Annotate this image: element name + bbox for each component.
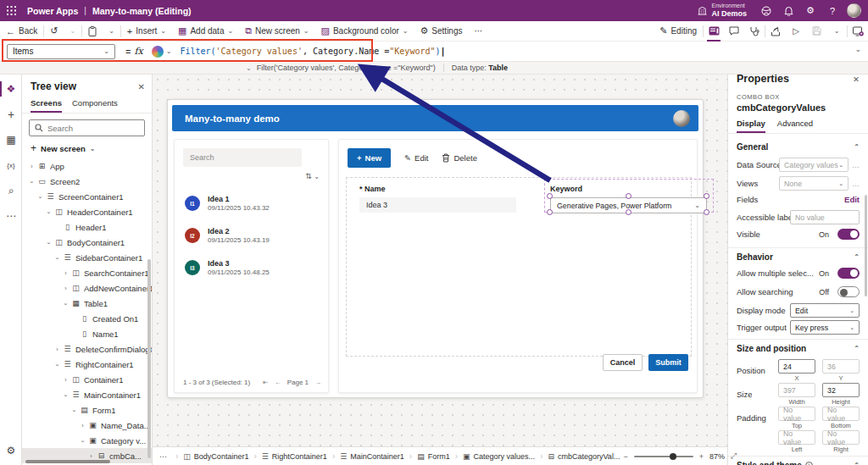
more-commands-button[interactable]: ⋯ (469, 21, 489, 41)
records-search-box[interactable]: Search (183, 148, 302, 167)
save-menu-button[interactable]: ⌄ (826, 21, 847, 42)
tree-item-header1[interactable]: ▯Header1 (22, 219, 152, 235)
chevron-icon[interactable]: ⌄ (61, 300, 70, 307)
submit-button[interactable]: Submit (648, 354, 688, 371)
fields-edit-link[interactable]: Edit (844, 195, 860, 204)
tab-display[interactable]: Display (737, 117, 765, 133)
settings-button[interactable]: ⚙ Settings (414, 21, 468, 41)
copilot-web-icon[interactable] (755, 0, 777, 21)
undo-menu-button[interactable]: ⌄ (64, 21, 81, 41)
environment-picker[interactable]: Environment AI Demos (689, 0, 755, 21)
paste-button[interactable] (82, 21, 103, 41)
chevron-icon[interactable]: › (78, 423, 87, 429)
zoom-out-button[interactable]: − (623, 452, 627, 461)
close-icon[interactable]: ✕ (853, 75, 860, 84)
tree-item-rightcontainer1[interactable]: ⌄☰RightContainer1 (22, 357, 152, 372)
search-rail-icon[interactable]: ⌕ (0, 180, 22, 202)
paste-menu-button[interactable]: ⌄ (103, 21, 120, 41)
new-screen-tree-button[interactable]: + New screen ⌄ (22, 136, 152, 158)
visible-toggle[interactable] (837, 229, 860, 240)
editing-mode-button[interactable]: ✎ Editing (654, 21, 703, 41)
tree-item-headercontainer1[interactable]: ⌄◫HeaderContainer1 (22, 204, 152, 219)
properties-scrollbar[interactable] (865, 195, 867, 296)
section-behavior[interactable]: Behavior⌃ (728, 252, 868, 262)
views-select[interactable]: None⌄ (779, 176, 849, 191)
tree-item-addnewcontainer1[interactable]: ›◫AddNewContainer1 (22, 280, 152, 296)
edit-record-button[interactable]: ✎ Edit (404, 153, 428, 163)
chevron-icon[interactable]: › (61, 270, 70, 276)
breadcrumb-more-icon[interactable]: ⋯ (153, 452, 174, 461)
chevron-icon[interactable]: › (53, 346, 62, 352)
chevron-icon[interactable]: ⌄ (78, 437, 87, 444)
tree-item-maincontainer1[interactable]: ⌄☰MainContainer1 (22, 387, 152, 402)
selection-handle[interactable] (626, 193, 632, 199)
chevron-icon[interactable]: ⌄ (70, 407, 79, 413)
new-screen-button[interactable]: ⧉ New screen⌄ (239, 21, 314, 41)
data-source-more-icon[interactable]: … (852, 161, 860, 169)
tree-item-name-datacard[interactable]: ›▣Name_Data... (22, 418, 152, 433)
comments-button[interactable] (724, 21, 744, 42)
zoom-in-button[interactable]: + (699, 452, 704, 461)
padding-top-input[interactable]: No value (778, 407, 815, 421)
selection-handle[interactable] (704, 209, 709, 215)
selection-handle[interactable] (547, 209, 553, 215)
previous-page-icon[interactable]: ← (275, 379, 281, 386)
tree-item-deleteconfirmdialog[interactable]: ›☰DeleteConfirmDialogCon (22, 341, 152, 357)
app-header[interactable]: Many-to-many demo (172, 105, 698, 131)
tree-item-sidebarcontainer1[interactable]: ⌄☰SidebarContainer1 (22, 250, 152, 265)
chevron-icon[interactable]: ⌄ (53, 254, 62, 261)
chevron-icon[interactable]: ⌄ (27, 178, 36, 185)
section-general[interactable]: General⌃ (728, 142, 868, 152)
property-selector[interactable]: Items ⌄ (7, 44, 115, 59)
allow-searching-toggle[interactable] (837, 286, 860, 297)
display-mode-select[interactable]: Edit⌄ (790, 303, 860, 318)
data-source-select[interactable]: Category values⌄ (779, 158, 849, 172)
position-x-input[interactable]: 24 (778, 359, 815, 374)
properties-panel-toggle[interactable] (704, 21, 724, 42)
settings-gear-icon[interactable]: ⚙ (799, 0, 821, 21)
padding-bottom-input[interactable]: No value (822, 407, 860, 421)
formula-input[interactable]: Filter('Category values', Category.Name … (180, 47, 445, 56)
section-style-theme[interactable]: Style and themei⌃ (728, 461, 868, 465)
padding-right-input[interactable]: No value (822, 430, 860, 445)
insert-button[interactable]: + Insert⌄ (121, 21, 172, 41)
save-button[interactable] (806, 21, 826, 42)
tree-item-createdon1[interactable]: ▯Created On1 (22, 311, 152, 326)
tree-item-screen2[interactable]: ⌄▭Screen2 (22, 174, 152, 189)
selection-handle[interactable] (547, 193, 553, 199)
section-size-position[interactable]: Size and position⌃ (728, 344, 868, 353)
next-page-icon[interactable]: → (314, 379, 321, 386)
tree-item-bodycontainer1[interactable]: ⌄◫BodyContainer1 (22, 235, 152, 250)
undo-button[interactable]: ↺ (44, 21, 64, 41)
variables-rail-icon[interactable]: {x} (0, 154, 22, 176)
design-canvas[interactable]: Many-to-many demo Search ⇅ ⌄ I1 Idea 1 0… (153, 75, 727, 446)
trigger-output-select[interactable]: Key press⌄ (790, 320, 860, 335)
chevron-icon[interactable]: ⌄ (53, 361, 62, 368)
list-item[interactable]: I2 Idea 2 09/11/2025 10.43.19 (175, 219, 328, 252)
tree-search-box[interactable] (29, 119, 145, 136)
selection-handle[interactable] (704, 193, 709, 199)
chevron-icon[interactable]: ⌄ (44, 208, 53, 215)
list-item[interactable]: I1 Idea 1 09/11/2025 10.43.32 (175, 187, 328, 219)
preview-play-button[interactable]: ▷ (786, 21, 806, 42)
breadcrumb-maincontainer1[interactable]: ☰MainContainer1 (337, 452, 408, 461)
size-width-input[interactable]: 397 (778, 383, 815, 397)
tree-item-category-datacard[interactable]: ⌄▣Category v... (22, 433, 152, 448)
accessible-label-input[interactable] (790, 210, 860, 224)
app-user-avatar[interactable] (673, 110, 690, 127)
allow-multiple-toggle[interactable] (837, 268, 860, 279)
tab-advanced[interactable]: Advanced (777, 117, 813, 133)
tree-view-rail-icon[interactable]: ❖ (0, 78, 22, 100)
chevron-icon[interactable]: › (27, 163, 36, 169)
chevron-icon[interactable]: ⌄ (61, 391, 70, 398)
background-color-button[interactable]: ▨ Background color⌄ (315, 21, 415, 41)
zoom-slider[interactable] (634, 456, 693, 457)
new-record-button[interactable]: + New (348, 148, 391, 168)
tree-item-container1[interactable]: ›◫Container1 (22, 372, 152, 387)
chevron-icon[interactable]: › (86, 453, 96, 459)
name-field-input[interactable]: Idea 3 (359, 197, 516, 213)
user-avatar[interactable] (847, 3, 861, 18)
selection-handle[interactable] (626, 209, 632, 215)
breadcrumb-bodycontainer1[interactable]: ◫BodyContainer1 (180, 452, 252, 461)
tree-item-table1[interactable]: ⌄▦Table1 (22, 296, 152, 311)
